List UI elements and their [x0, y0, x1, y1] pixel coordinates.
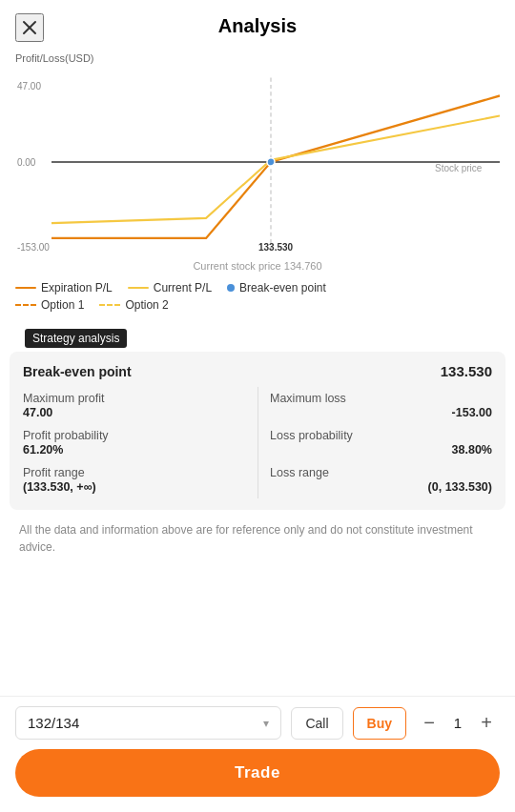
call-button[interactable]: Call — [291, 707, 342, 740]
trade-button[interactable]: Trade — [15, 749, 500, 797]
svg-text:Stock price: Stock price — [435, 163, 483, 173]
legend-breakeven: Break-even point — [227, 281, 326, 294]
breakeven-label: Break-even point — [239, 281, 326, 294]
expiration-label: Expiration P/L — [41, 281, 113, 294]
max-loss-cell: Maximum loss -153.00 — [258, 387, 492, 424]
current-label: Current P/L — [154, 281, 212, 294]
chart-container: Profit/Loss(USD) 47.00 0.00 -153.00 133.… — [0, 47, 515, 272]
bottom-controls: 132/134 ▾ Call Buy − 1 + — [15, 706, 500, 740]
legend-current: Current P/L — [128, 281, 212, 294]
max-profit-cell: Maximum profit 47.00 — [23, 387, 258, 424]
chart-legend-options: Option 1 Option 2 — [0, 298, 515, 315]
breakeven-point-value: 133.530 — [441, 363, 492, 379]
svg-text:133.530: 133.530 — [258, 241, 293, 252]
max-profit-value: 47.00 — [23, 406, 258, 419]
strategy-section: Strategy analysis — [10, 321, 505, 348]
loss-prob-cell: Loss probability 38.80% — [258, 424, 492, 461]
loss-range-cell: Loss range (0, 133.530) — [258, 461, 492, 498]
max-loss-label: Maximum loss — [270, 392, 492, 405]
svg-text:-153.00: -153.00 — [17, 241, 50, 252]
breakeven-point-label: Break-even point — [23, 364, 132, 379]
decrease-qty-button[interactable]: − — [416, 710, 443, 737]
option1-line-icon — [15, 304, 36, 306]
buy-button[interactable]: Buy — [353, 707, 406, 740]
loss-range-label: Loss range — [270, 466, 492, 479]
max-loss-value: -153.00 — [270, 406, 492, 419]
increase-qty-button[interactable]: + — [473, 710, 500, 737]
option2-label: Option 2 — [125, 298, 168, 312]
strategy-label: Strategy analysis — [25, 329, 127, 348]
expiration-line-icon — [15, 287, 36, 289]
chart-legend: Expiration P/L Current P/L Break-even po… — [0, 272, 515, 298]
profit-range-label: Profit range — [23, 466, 258, 479]
strike-selector[interactable]: 132/134 ▾ — [15, 706, 281, 740]
quantity-value: 1 — [450, 715, 465, 731]
y-axis-label: Profit/Loss(USD) — [15, 52, 500, 64]
breakeven-dot-icon — [227, 284, 235, 292]
bottom-bar: 132/134 ▾ Call Buy − 1 + Trade — [0, 696, 515, 812]
disclaimer-text: All the data and information above are f… — [19, 521, 496, 556]
page-title: Analysis — [218, 15, 297, 37]
profit-prob-cell: Profit probability 61.20% — [23, 424, 258, 461]
legend-option2: Option 2 — [99, 298, 168, 312]
profit-loss-chart: 47.00 0.00 -153.00 133.530 Stock price — [15, 68, 500, 258]
current-stock-price-label: Current stock price 134.760 — [15, 260, 500, 272]
legend-expiration: Expiration P/L — [15, 281, 113, 294]
profit-range-cell: Profit range (133.530, +∞) — [23, 461, 258, 498]
current-line-icon — [128, 287, 149, 289]
option1-label: Option 1 — [41, 298, 84, 312]
svg-text:0.00: 0.00 — [17, 157, 36, 168]
breakeven-row: Break-even point 133.530 — [23, 363, 492, 379]
strike-value: 132/134 — [28, 715, 79, 731]
profit-prob-label: Profit probability — [23, 429, 258, 442]
loss-prob-label: Loss probability — [270, 429, 492, 442]
max-profit-label: Maximum profit — [23, 392, 258, 405]
profit-prob-value: 61.20% — [23, 443, 258, 457]
profit-range-value: (133.530, +∞) — [23, 480, 258, 494]
loss-range-value: (0, 133.530) — [270, 480, 492, 494]
chevron-down-icon: ▾ — [263, 717, 269, 730]
analysis-table: Break-even point 133.530 Maximum profit … — [10, 352, 505, 510]
page-header: Analysis — [0, 0, 515, 47]
option2-line-icon — [99, 304, 120, 306]
data-grid: Maximum profit 47.00 Maximum loss -153.0… — [23, 387, 492, 498]
svg-point-9 — [267, 158, 275, 166]
svg-text:47.00: 47.00 — [17, 81, 41, 91]
legend-option1: Option 1 — [15, 298, 84, 312]
loss-prob-value: 38.80% — [270, 443, 492, 457]
quantity-controls: − 1 + — [416, 710, 500, 737]
close-button[interactable] — [15, 13, 44, 42]
